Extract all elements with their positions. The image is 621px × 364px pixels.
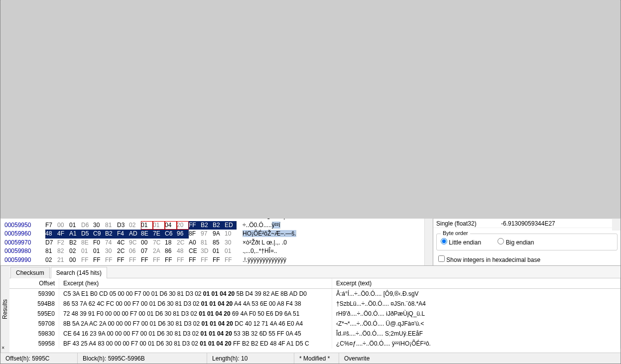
hex-integers-checkbox[interactable]: Show integers in hexadecimal base <box>438 256 540 263</box>
byte-order-group: Byte order Little endian Big endian <box>436 234 618 250</box>
results-vertical-tab[interactable]: Results × <box>0 266 9 353</box>
hex-row[interactable]: 00059980 8182020101302C06072A8648CE3D010… <box>4 247 424 256</box>
hex-row[interactable]: 00059990 022100FFFFFFFFFFFFFFFFFFFFFFFFF… <box>4 256 424 265</box>
data-inspector-panel: Special editors ✕ Data inspector ⏮ ◀ ▶ ⏭… <box>433 53 621 265</box>
results-panel: Results × ChecksumSearch (145 hits) Offs… <box>0 265 621 353</box>
status-block: Block(h): 5995C-5996B <box>78 353 207 364</box>
big-endian-radio[interactable]: Big endian <box>497 239 534 246</box>
status-offset: Offset(h): 5995C <box>0 353 78 364</box>
search-results-table: Offset Excerpt (hex) Excerpt (text) 5939… <box>9 278 621 353</box>
statusbar: Offset(h): 5995C Block(h): 5995C-5996B L… <box>0 353 621 364</box>
status-length: Length(h): 10 <box>207 353 294 364</box>
hex-row[interactable]: 00059960 484FA1D5C9B2F4AD8E7EC6968F979A1… <box>4 230 424 239</box>
col-header-text[interactable]: Excerpt (text) <box>332 278 621 288</box>
status-modified: * Modified * <box>294 353 339 364</box>
inspector-scrollbar[interactable] <box>612 94 621 231</box>
hex-row[interactable]: 000599A0 FFFFFFFFFFFFFFFFFFFFFFFFFFFFFEF… <box>4 264 424 265</box>
inspector-row[interactable]: Single (float32) -6.91309059344E27 <box>433 219 612 228</box>
results-tab[interactable]: Checksum <box>10 267 50 278</box>
little-endian-radio[interactable]: Little endian <box>441 239 481 246</box>
search-result-row[interactable]: 59958 BF 43 25 A4 83 00 00 00 F7 00 01 D… <box>9 339 621 349</box>
results-close-icon[interactable]: × <box>1 345 4 351</box>
col-header-hex[interactable]: Excerpt (hex) <box>59 278 332 288</box>
search-result-row[interactable]: 594B8 86 53 7A 62 4C FC 00 00 F7 00 01 D… <box>9 299 621 309</box>
byte-order-legend: Byte order <box>441 230 470 236</box>
results-tab[interactable]: Search (145 hits) <box>51 267 107 278</box>
search-result-row[interactable]: 595E0 72 48 39 91 F0 00 00 00 F7 00 01 D… <box>9 309 621 319</box>
status-mode: Overwrite <box>339 353 621 364</box>
hex-row[interactable]: 00059970 D7F2B28EF0744C9C007C182CA081853… <box>4 239 424 247</box>
col-header-offset[interactable]: Offset <box>9 278 59 288</box>
search-result-row[interactable]: 59830 CE 64 16 23 9A 00 00 00 F7 00 01 D… <box>9 329 621 339</box>
main-area: Offset(h) 000102030405060708090A0B0C0D0E… <box>0 53 621 265</box>
search-result-row[interactable]: 59390 C5 3A E1 B0 CD 05 00 00 F7 00 01 D… <box>9 289 621 299</box>
hex-row[interactable]: 00059950 F70001D63081D30201010420FFB2B2E… <box>4 221 424 230</box>
search-result-row[interactable]: 59708 8B 5A 2A AC 2A 00 00 00 F7 00 01 D… <box>9 319 621 329</box>
